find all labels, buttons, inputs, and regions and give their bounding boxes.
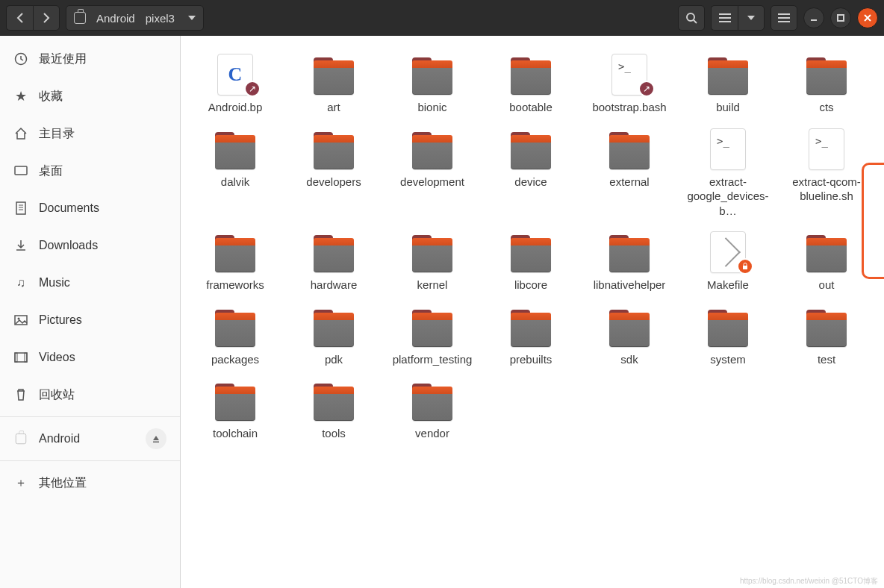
trash-icon xyxy=(13,388,28,401)
svg-rect-19 xyxy=(15,353,17,362)
folder-item[interactable]: tools xyxy=(285,375,382,445)
sidebar-item-picture[interactable]: Pictures xyxy=(0,301,180,339)
sidebar-item-doc[interactable]: Documents xyxy=(0,190,180,227)
sidebar-item-desktop[interactable]: 桌面 xyxy=(0,152,180,190)
folder-icon xyxy=(314,390,354,421)
sidebar-item-download[interactable]: Downloads xyxy=(0,227,180,264)
file-label: system xyxy=(710,352,746,367)
sidebar-item-recent[interactable]: 最近使用 xyxy=(0,40,180,78)
file-label: out xyxy=(819,278,835,293)
file-label: art xyxy=(327,100,340,115)
folder-item[interactable]: frameworks xyxy=(187,227,284,297)
folder-item[interactable]: toolchain xyxy=(187,375,284,445)
file-label: sdk xyxy=(620,352,638,367)
folder-icon xyxy=(806,316,847,347)
folder-item[interactable]: kernel xyxy=(384,227,481,297)
folder-item[interactable]: external xyxy=(581,124,678,223)
folder-item[interactable]: art xyxy=(285,49,382,119)
folder-item[interactable]: hardware xyxy=(285,227,382,297)
folder-icon xyxy=(412,63,452,95)
folder-item[interactable]: sdk xyxy=(581,301,678,372)
folder-icon xyxy=(314,241,354,272)
sidebar-item-trash[interactable]: 回收站 xyxy=(0,376,180,413)
sidebar-device-label: Android xyxy=(39,432,80,445)
folder-item[interactable]: bionic xyxy=(384,49,481,119)
file-label: development xyxy=(400,175,464,190)
view-dropdown-button[interactable] xyxy=(738,5,765,31)
close-button[interactable] xyxy=(857,7,878,28)
maximize-button[interactable] xyxy=(830,7,851,28)
folder-icon xyxy=(806,241,847,272)
chevron-down-icon[interactable] xyxy=(188,16,196,20)
folder-item[interactable]: system xyxy=(679,301,776,372)
sidebar-item-label: Documents xyxy=(39,201,99,215)
file-label: vendor xyxy=(415,426,449,441)
folder-icon xyxy=(314,316,354,347)
folder-item[interactable]: pdk xyxy=(285,301,382,372)
back-button[interactable] xyxy=(6,5,33,31)
folder-item[interactable]: prebuilts xyxy=(482,301,579,372)
file-label: Android.bp xyxy=(208,100,263,115)
sidebar-item-label: Music xyxy=(39,276,70,290)
file-label: bionic xyxy=(417,100,446,115)
folder-item[interactable]: libcore xyxy=(482,227,579,297)
sidebar-item-label: 收藏 xyxy=(39,89,63,104)
sidebar-item-label: 桌面 xyxy=(39,163,63,179)
nav-buttons xyxy=(6,5,60,31)
minimize-button[interactable] xyxy=(803,7,824,28)
sidebar-item-home[interactable]: 主目录 xyxy=(0,115,180,152)
forward-button[interactable] xyxy=(33,5,60,31)
folder-item[interactable]: packages xyxy=(187,301,284,372)
sidebar-item-label: 回收站 xyxy=(39,387,75,403)
sidebar-item-star[interactable]: ★收藏 xyxy=(0,78,180,115)
folder-icon xyxy=(215,138,255,169)
svg-rect-21 xyxy=(153,442,159,443)
svg-point-0 xyxy=(687,13,694,21)
hamburger-menu-button[interactable] xyxy=(771,5,797,31)
folder-icon xyxy=(215,316,255,347)
recent-icon xyxy=(13,52,28,66)
list-view-button[interactable] xyxy=(711,5,738,31)
file-label: build xyxy=(716,100,740,115)
file-item[interactable]: >_extract-qcom-blueline.sh xyxy=(778,124,875,223)
path-bar[interactable]: Android pixel3 xyxy=(66,5,204,31)
file-item[interactable]: >_extract-google_devices-b… xyxy=(679,124,776,223)
folder-item[interactable]: bootable xyxy=(482,49,579,119)
breadcrumb-segment[interactable]: Android xyxy=(96,12,135,25)
folder-item[interactable]: device xyxy=(482,124,579,223)
breadcrumb-segment[interactable]: pixel3 xyxy=(146,12,175,25)
star-icon: ★ xyxy=(13,88,28,104)
folder-item[interactable]: test xyxy=(778,301,875,372)
eject-button[interactable] xyxy=(146,428,166,449)
view-buttons xyxy=(711,5,765,31)
folder-icon xyxy=(609,316,650,347)
folder-item[interactable]: developers xyxy=(285,124,382,223)
download-icon xyxy=(13,240,28,251)
symlink-badge-icon: ↗ xyxy=(244,81,261,97)
sidebar-other-locations[interactable]: ＋ 其他位置 xyxy=(0,464,180,501)
sidebar-item-music[interactable]: ♫Music xyxy=(0,264,180,301)
sidebar-item-label: 最近使用 xyxy=(39,51,87,67)
sidebar-device[interactable]: Android xyxy=(0,420,180,457)
file-item[interactable]: >_↗bootstrap.bash xyxy=(581,49,678,119)
folder-item[interactable]: vendor xyxy=(384,375,481,445)
file-view[interactable]: ↗Android.bpartbionicbootable>_↗bootstrap… xyxy=(181,36,884,588)
search-button[interactable] xyxy=(678,5,705,31)
svg-rect-22 xyxy=(743,266,747,269)
folder-item[interactable]: development xyxy=(384,124,481,223)
folder-item[interactable]: out xyxy=(778,227,875,297)
folder-item[interactable]: libnativehelper xyxy=(581,227,678,297)
watermark: https://blog.csdn.net/weixin @51CTO博客 xyxy=(740,576,878,587)
folder-icon xyxy=(314,138,354,169)
sidebar-item-video[interactable]: Videos xyxy=(0,339,180,376)
folder-item[interactable]: build xyxy=(679,49,776,119)
folder-icon xyxy=(609,241,650,272)
folder-item[interactable]: cts xyxy=(778,49,875,119)
file-item[interactable]: ↗Android.bp xyxy=(187,49,284,119)
folder-item[interactable]: platform_testing xyxy=(384,301,481,372)
folder-icon xyxy=(314,63,354,95)
sidebar-other-label: 其他位置 xyxy=(39,475,87,491)
file-item[interactable]: Makefile xyxy=(679,227,776,297)
folder-item[interactable]: dalvik xyxy=(187,124,284,223)
folder-icon xyxy=(412,390,452,421)
